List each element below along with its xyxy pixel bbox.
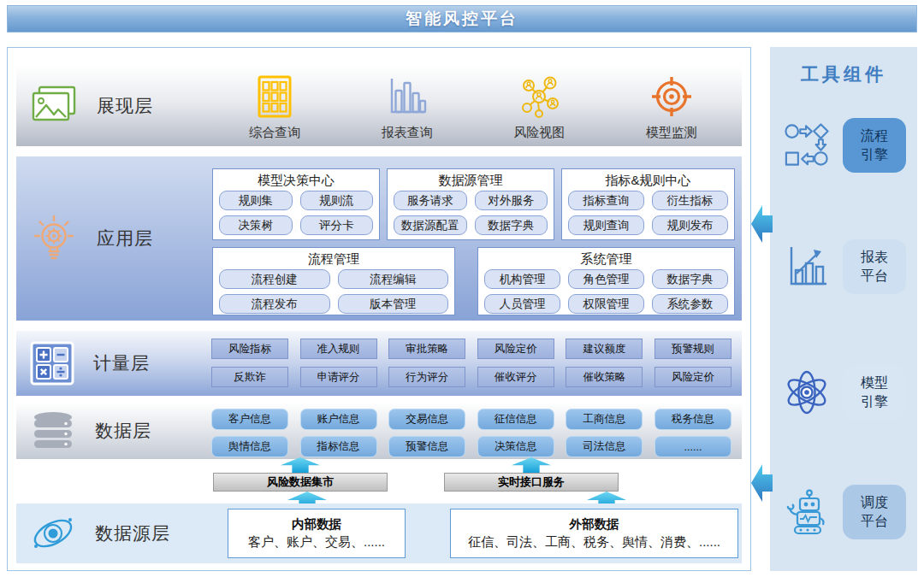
bulb-gear-icon (30, 214, 78, 263)
presentation-layer: 展现层 综合查询 (16, 65, 742, 146)
measure-button: 预警规则 (654, 339, 732, 359)
application-layer-head: 应用层 (30, 156, 153, 321)
group-datasource-management: 数据源管理 服务请求 对外服务 数据源配置 数据字典 (387, 168, 554, 240)
internal-data-title: 内部数据 (292, 516, 341, 533)
module-pill: 服务请求 (394, 191, 467, 210)
robot-icon (785, 489, 829, 535)
risk-data-mart-bar: 风险数据集市 (213, 473, 388, 492)
presentation-item-label: 模型监测 (646, 125, 697, 141)
presentation-item-label: 风险视图 (513, 125, 565, 141)
group-system-management: 系统管理 机构管理 角色管理 数据字典 人员管理 权限管理 系统参数 (477, 247, 735, 315)
measurement-layer-label: 计量层 (93, 351, 150, 375)
presentation-item-report: 报表查询 (359, 70, 455, 146)
data-button: 税务信息 (654, 409, 732, 430)
group-process-management: 流程管理 流程创建 流程编辑 流程发布 版本管理 (212, 247, 455, 315)
presentation-items: 综合查询 报表查询 (209, 70, 737, 146)
module-pill: 规则查询 (568, 215, 644, 235)
bar-chart-icon (388, 76, 427, 117)
data-layer-head: 数据层 (30, 403, 151, 459)
external-data-title: 外部数据 (570, 516, 619, 533)
tool-button-process-engine: 流程引擎 (843, 118, 906, 173)
measure-button: 催收策略 (566, 367, 643, 387)
tool-scheduling-platform: 调度平台 (770, 482, 917, 542)
target-icon (651, 76, 692, 117)
presentation-item-riskview: 风险视图 (491, 70, 587, 146)
tool-model-engine: 模型引擎 (770, 362, 917, 422)
risk-platform-diagram: 智能风控平台 展现层 (0, 0, 924, 583)
pictures-icon (30, 85, 78, 127)
platform-title: 智能风控平台 (406, 8, 518, 30)
database-icon (30, 410, 76, 451)
datasource-layer: 数据源层 内部数据 客户、账户、交易、...... 外部数据 征信、司法、工商、… (16, 504, 742, 563)
data-layer: 数据层 客户信息 账户信息 交易信息 征信信息 工商信息 税务信息 舆情信息 指… (16, 403, 742, 459)
atom-icon (784, 369, 830, 415)
measurement-layer: 计量层 风险指标 准入规则 审批策略 风险定价 建议额度 预警规则 反欺诈 申请… (16, 331, 742, 396)
group-model-decision-center: 模型决策中心 规则集 规则流 决策树 评分卡 (212, 168, 380, 240)
measure-button: 风险指标 (211, 339, 288, 359)
up-arrow (512, 457, 551, 473)
module-pill: 衍生指标 (652, 191, 728, 210)
internal-data-box: 内部数据 客户、账户、交易、...... (228, 509, 406, 558)
module-pill: 流程发布 (219, 294, 330, 314)
presentation-layer-label: 展现层 (97, 94, 153, 118)
application-layer: 应用层 模型决策中心 规则集 规则流 决策树 评分卡 数据源管理 服务请求 对外… (16, 156, 742, 321)
module-pill: 流程编辑 (338, 269, 449, 289)
data-button: 征信信息 (477, 409, 554, 430)
module-pill: 对外服务 (475, 191, 548, 210)
module-pill: 版本管理 (338, 294, 449, 314)
data-button: 舆情信息 (211, 436, 288, 457)
measurement-buttons: 风险指标 准入规则 审批策略 风险定价 建议额度 预警规则 反欺诈 申请评分 行… (211, 339, 732, 387)
application-layer-label: 应用层 (97, 227, 153, 250)
module-pill: 规则流 (300, 191, 374, 210)
platform-banner: 智能风控平台 (7, 5, 917, 32)
data-button: 指标信息 (300, 436, 377, 457)
group-title: 流程管理 (219, 250, 448, 268)
data-button: 司法信息 (566, 436, 643, 457)
datasource-layer-head: 数据源层 (30, 504, 170, 563)
tool-components-panel: 工具组件 流程引擎 (770, 47, 917, 571)
group-title: 数据源管理 (394, 171, 548, 189)
module-pill: 机构管理 (484, 269, 560, 289)
presentation-item-label: 报表查询 (382, 125, 433, 141)
measure-button: 反欺诈 (211, 367, 288, 387)
measure-button: 风险定价 (654, 367, 732, 387)
calculator-icon (30, 341, 74, 386)
main-panel: 展现层 综合查询 (7, 47, 751, 571)
flowchart-icon (784, 121, 830, 169)
module-pill: 数据字典 (652, 269, 728, 289)
external-data-desc: 征信、司法、工商、税务、舆情、消费、...... (468, 534, 720, 551)
group-title: 系统管理 (484, 250, 728, 268)
group-indicator-rule-center: 指标&规则中心 指标查询 衍生指标 规则查询 规则发布 (561, 168, 735, 240)
module-pill: 系统参数 (652, 294, 728, 314)
report-chart-icon (785, 244, 828, 289)
data-layer-label: 数据层 (95, 419, 151, 443)
internal-data-desc: 客户、账户、交易、...... (248, 534, 385, 551)
data-button: 账户信息 (300, 409, 377, 430)
module-pill: 数据源配置 (394, 215, 467, 235)
data-button: 客户信息 (211, 409, 288, 430)
data-button: 预警信息 (388, 436, 465, 457)
presentation-layer-head: 展现层 (30, 65, 153, 146)
measure-button: 建议额度 (566, 339, 643, 359)
data-button: 决策信息 (477, 436, 554, 457)
group-title: 指标&规则中心 (568, 171, 728, 189)
tool-components-title: 工具组件 (770, 62, 917, 86)
measure-button: 审批策略 (388, 339, 465, 359)
data-button: ...... (654, 436, 732, 457)
tool-report-platform: 报表平台 (770, 237, 917, 297)
measure-button: 准入规则 (300, 339, 377, 359)
module-pill: 数据字典 (475, 215, 548, 235)
presentation-item-monitor: 模型监测 (624, 70, 720, 146)
module-pill: 人员管理 (484, 294, 560, 314)
external-data-box: 外部数据 征信、司法、工商、税务、舆情、消费、...... (450, 509, 738, 558)
module-pill: 流程创建 (219, 269, 330, 289)
measure-button: 催收评分 (477, 367, 554, 387)
tool-process-engine: 流程引擎 (770, 115, 917, 175)
network-icon (518, 75, 560, 118)
module-pill: 权限管理 (568, 294, 644, 314)
presentation-item-query: 综合查询 (227, 70, 323, 146)
module-pill: 指标查询 (568, 191, 644, 210)
module-pill: 决策树 (219, 215, 293, 235)
tool-button-model-engine: 模型引擎 (843, 365, 906, 420)
measure-button: 申请评分 (300, 367, 377, 387)
